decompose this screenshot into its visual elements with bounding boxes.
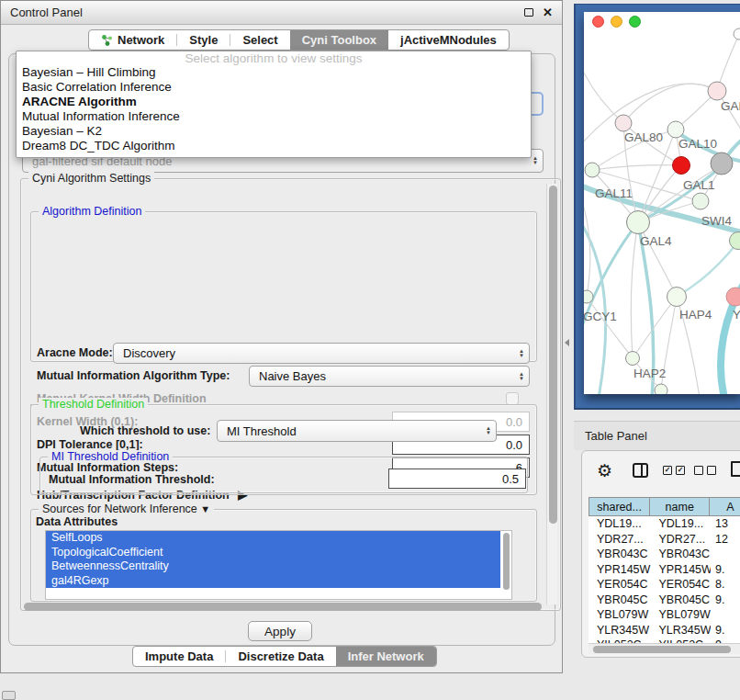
close-window-icon[interactable]: ✕: [543, 6, 553, 19]
tab-cyni-toolbox[interactable]: Cyni Toolbox: [290, 30, 388, 50]
data-attributes-label: Data Attributes: [36, 515, 118, 528]
attribute-item[interactable]: gal4RGexp: [46, 574, 500, 589]
node-salmon[interactable]: [726, 288, 740, 306]
node-gal10[interactable]: [667, 121, 684, 138]
network-view-window[interactable]: GALGAL80GAL10GAL11GAL1SWI4GAL4GCY1HAP4YH…: [584, 12, 740, 394]
document-icon[interactable]: [731, 461, 740, 477]
data-attributes-list[interactable]: SelfLoopsTopologicalCoefficientBetweenne…: [45, 530, 512, 600]
node-gcy1[interactable]: [584, 290, 593, 303]
columns-icon[interactable]: [633, 463, 648, 478]
mi-type-combo[interactable]: Naive Bayes ▲▼: [249, 366, 530, 387]
aracne-mode-combo[interactable]: Discovery ▲▼: [113, 343, 530, 364]
node-label: HAP2: [633, 367, 666, 380]
node-gal4[interactable]: [627, 211, 650, 234]
float-window-icon[interactable]: [524, 6, 533, 19]
algorithm-option[interactable]: Bayesian – Hill Climbing: [17, 65, 531, 80]
node-gal1[interactable]: [692, 193, 709, 209]
attribute-item[interactable]: SelfLoops: [46, 531, 500, 546]
algorithm-option[interactable]: Mutual Information Inference: [17, 109, 531, 124]
algorithm-definition-group: Algorithm Definition: [30, 211, 537, 362]
tab-select[interactable]: Select: [230, 30, 289, 50]
table-cell: YER054C: [651, 578, 712, 591]
tab-infer-network[interactable]: Infer Network: [336, 647, 436, 666]
table-row[interactable]: YER054CYER054C8.: [589, 577, 740, 593]
table-row[interactable]: YBR045CYBR045C9.: [589, 593, 740, 608]
collapse-arrow-icon[interactable]: ▼: [200, 503, 210, 514]
table-row[interactable]: YDL19...YDL19...13: [589, 516, 740, 532]
node-label: GCY1: [584, 310, 617, 323]
algorithm-option[interactable]: ARACNE Algorithm: [17, 95, 531, 109]
manual-kernel-checkbox[interactable]: [506, 392, 519, 405]
table-cell: YBR043C: [651, 548, 712, 560]
node-gal11[interactable]: [585, 163, 600, 177]
sources-toggle[interactable]: Sources for Network Inference ▼: [39, 502, 214, 515]
node-red[interactable]: [673, 157, 690, 175]
table-cell: YPR145W: [651, 563, 712, 576]
attribute-item[interactable]: BetweennessCentrality: [46, 559, 500, 574]
tab-style[interactable]: Style: [177, 30, 230, 50]
column-header-2[interactable]: name: [650, 497, 710, 516]
node-bottom[interactable]: [655, 384, 667, 394]
table-cell: 9.: [711, 563, 740, 576]
which-threshold-combo[interactable]: MI Threshold ▲▼: [217, 420, 497, 442]
network-graph[interactable]: GALGAL80GAL10GAL11GAL1SWI4GAL4GCY1HAP4YH…: [584, 12, 740, 394]
algorithm-option[interactable]: Dream8 DC_TDC Algorithm: [17, 139, 531, 153]
table-cell: 13: [711, 517, 740, 530]
tab-jactivemnodules[interactable]: jActiveMNodules: [388, 30, 509, 50]
mi-threshold-label: Mutual Information Threshold:: [49, 473, 215, 486]
settings-vscrollbar-thumb[interactable]: [549, 186, 557, 524]
table-row[interactable]: YDR27...YDR27...12: [589, 532, 740, 548]
algorithm-option[interactable]: Basic Correlation Inference: [17, 80, 531, 95]
node-label: Y: [733, 308, 740, 322]
gear-icon[interactable]: ⚙: [597, 460, 612, 481]
mi-threshold-field[interactable]: 0.5: [388, 469, 526, 489]
column-header-3[interactable]: A: [710, 497, 740, 516]
apply-button[interactable]: Apply: [248, 621, 312, 641]
table-cell: 12: [711, 533, 740, 546]
node-gal80[interactable]: [615, 115, 632, 131]
column-header-1[interactable]: shared...: [589, 497, 650, 516]
attribute-item[interactable]: TopologicalCoefficient: [46, 546, 500, 560]
minimize-light[interactable]: [611, 16, 622, 28]
node-label: GAL4: [640, 234, 672, 248]
top-tab-bar: NetworkStyleSelectCyni ToolboxjActiveMNo…: [88, 29, 510, 51]
close-light[interactable]: [592, 16, 604, 28]
tab-impute-data[interactable]: Impute Data: [133, 647, 225, 666]
table-cell: 9.: [711, 593, 740, 606]
zoom-light[interactable]: [629, 16, 641, 28]
table-row[interactable]: YBR043CYBR043C: [589, 547, 740, 562]
node-hap4[interactable]: [667, 288, 687, 307]
node-gal-top[interactable]: [708, 82, 726, 100]
node-swi4[interactable]: [730, 232, 740, 250]
settings-hscrollbar-thumb[interactable]: [24, 603, 542, 611]
panel-splitter-grip[interactable]: [565, 339, 569, 346]
attributes-vscrollbar-thumb[interactable]: [503, 533, 510, 590]
node-label: HAP4: [679, 308, 712, 322]
network-edge: [584, 219, 606, 394]
node-partial-top[interactable]: [734, 28, 740, 40]
tab-discretize-data[interactable]: Discretize Data: [226, 647, 335, 666]
node-hap2[interactable]: [626, 352, 640, 366]
table-cell: YLR345W: [651, 624, 712, 637]
algorithm-option[interactable]: Bayesian – K2: [17, 124, 531, 139]
table-row[interactable]: YBL079WYBL079W: [589, 607, 740, 623]
node-table[interactable]: shared...nameA YDL19...YDL19...13YDR27..…: [589, 497, 740, 644]
node-label: SWI4: [701, 214, 732, 228]
table-row[interactable]: YLR345WYLR345W9.: [589, 623, 740, 638]
dropdown-list: Bayesian – Hill ClimbingBasic Correlatio…: [17, 65, 531, 153]
dock-corner-chip[interactable]: [2, 691, 16, 700]
node-label: GAL10: [678, 137, 717, 151]
group-title: Algorithm Definition: [39, 205, 145, 218]
table-hscrollbar-thumb[interactable]: [593, 646, 731, 653]
which-threshold-value: MI Threshold: [218, 424, 481, 438]
unchecked-boxes-icon[interactable]: [694, 466, 716, 475]
node-gray[interactable]: [711, 152, 733, 175]
table-hscrollbar[interactable]: [589, 643, 740, 654]
table-row[interactable]: YPR145WYPR145W9.: [589, 562, 740, 578]
settings-vscrollbar[interactable]: [546, 184, 557, 604]
node-label: GAL1: [683, 178, 715, 192]
network-edge: [584, 65, 623, 123]
tab-network[interactable]: Network: [89, 30, 176, 50]
checked-boxes-icon[interactable]: ✓✓: [663, 466, 685, 475]
aracne-mode-label: Aracne Mode:: [37, 346, 113, 359]
